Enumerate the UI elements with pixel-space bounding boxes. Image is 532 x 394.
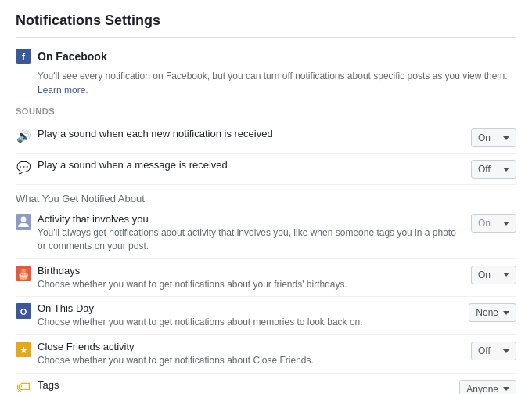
svg-text:★: ★ [20, 345, 28, 356]
svg-text:O: O [20, 307, 27, 316]
tags-control: Anyone [459, 380, 516, 394]
svg-point-1 [21, 217, 27, 222]
close-friends-text-group: Close Friends activity Choose whether yo… [38, 341, 458, 367]
on-this-day-control: None [469, 303, 516, 322]
tags-title: Tags [38, 379, 447, 391]
dropdown-caret-icon [503, 387, 509, 391]
on-facebook-title: On Facebook [38, 50, 107, 63]
birthdays-dropdown[interactable]: On [471, 266, 516, 284]
on-facebook-header-row: f On Facebook [16, 49, 516, 64]
sound-message-text: Play a sound when a message is received [38, 159, 458, 171]
dropdown-caret-icon [503, 273, 509, 277]
what-you-get-label: What You Get Notified About [16, 193, 516, 204]
person-icon [16, 214, 31, 230]
tags-text-group: Tags Get notifications when you're tagge… [38, 379, 447, 394]
birthdays-control: On [471, 266, 516, 284]
on-this-day-text-group: On This Day Choose whether you want to g… [38, 302, 456, 329]
close-friends-icon: ★ [16, 342, 31, 357]
on-facebook-description: You'll see every notification on Faceboo… [38, 69, 516, 97]
activity-desc: You'll always get notifications about ac… [38, 226, 458, 253]
sound-notification-title: Play a sound when each new notification … [38, 128, 273, 139]
sound-notification-dropdown[interactable]: On [471, 128, 516, 147]
tags-left: 🏷 Tags Get notifications when you're tag… [16, 379, 447, 394]
activity-control: On [471, 214, 516, 233]
on-facebook-section: f On Facebook You'll see every notificat… [16, 49, 516, 394]
close-friends-row: ★ Close Friends activity Choose whether … [16, 335, 516, 374]
svg-text:🎂: 🎂 [17, 267, 31, 280]
dropdown-caret-icon [503, 222, 509, 226]
tag-icon: 🏷 [16, 380, 31, 394]
sound-message-title: Play a sound when a message is received [38, 159, 228, 171]
sound-notification-left: 🔊 Play a sound when each new notificatio… [16, 128, 458, 144]
birthdays-row: 🎂 Birthdays Choose whether you want to g… [16, 259, 516, 298]
facebook-icon: f [16, 49, 31, 64]
sound-message-dropdown[interactable]: Off [471, 160, 516, 179]
chat-icon: 💬 [16, 160, 31, 175]
activity-title: Activity that involves you [38, 213, 458, 225]
activity-dropdown[interactable]: On [471, 214, 516, 233]
birthday-icon: 🎂 [16, 266, 31, 281]
on-this-day-title: On This Day [38, 302, 456, 314]
activity-row: Activity that involves you You'll always… [16, 208, 516, 259]
on-this-day-row: O On This Day Choose whether you want to… [16, 297, 516, 335]
sound-message-control: Off [471, 160, 516, 179]
page-title: Notifications Settings [16, 13, 516, 29]
close-friends-desc: Choose whether you want to get notificat… [38, 354, 458, 367]
sound-message-left: 💬 Play a sound when a message is receive… [16, 159, 458, 175]
close-friends-control: Off [471, 342, 516, 360]
activity-text-group: Activity that involves you You'll always… [38, 213, 458, 253]
tags-dropdown[interactable]: Anyone [459, 380, 516, 394]
on-this-day-desc: Choose whether you want to get notificat… [38, 316, 456, 329]
birthdays-left: 🎂 Birthdays Choose whether you want to g… [16, 265, 458, 291]
on-this-day-icon: O [16, 303, 31, 319]
speaker-icon: 🔊 [16, 128, 31, 144]
birthdays-desc: Choose whether you want to get notificat… [38, 278, 458, 291]
tags-row: 🏷 Tags Get notifications when you're tag… [16, 374, 516, 394]
title-divider [16, 37, 516, 38]
close-friends-dropdown[interactable]: Off [471, 342, 516, 360]
main-container: Notifications Settings f On Facebook You… [0, 0, 532, 394]
birthdays-text-group: Birthdays Choose whether you want to get… [38, 265, 458, 291]
birthdays-title: Birthdays [38, 265, 458, 277]
dropdown-caret-icon [503, 311, 509, 315]
sound-notification-row: 🔊 Play a sound when each new notificatio… [16, 122, 516, 154]
dropdown-caret-icon [503, 168, 509, 172]
sound-message-row: 💬 Play a sound when a message is receive… [16, 154, 516, 185]
on-this-day-left: O On This Day Choose whether you want to… [16, 302, 456, 329]
dropdown-caret-icon [503, 136, 509, 140]
sounds-label: SOUNDS [16, 107, 516, 116]
on-this-day-dropdown[interactable]: None [469, 303, 516, 322]
close-friends-title: Close Friends activity [38, 341, 458, 352]
activity-left: Activity that involves you You'll always… [16, 213, 458, 253]
learn-more-link[interactable]: Learn more. [38, 85, 88, 96]
close-friends-left: ★ Close Friends activity Choose whether … [16, 341, 458, 367]
dropdown-caret-icon [503, 349, 509, 353]
sound-notification-control: On [471, 128, 516, 147]
sound-notification-text: Play a sound when each new notification … [38, 128, 458, 139]
